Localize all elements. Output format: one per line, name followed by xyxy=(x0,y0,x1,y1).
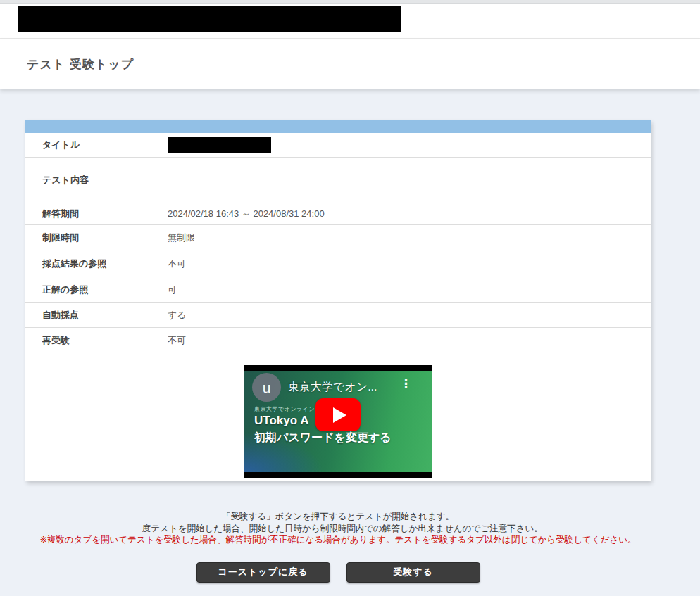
thumbnail-text-line2: 初期パスワードを変更する xyxy=(254,431,392,445)
row-label-content: テスト内容 xyxy=(25,174,168,186)
youtube-embed[interactable]: u 東京大学でオン... ⋮ 東京大学でオンライン... UTokyo A 初期… xyxy=(244,365,432,478)
video-title-link[interactable]: 東京大学でオン... xyxy=(288,380,377,395)
table-row: 解答期間 2024/02/18 16:43 ～ 2024/08/31 24:00 xyxy=(25,203,651,225)
site-masthead xyxy=(0,4,700,39)
main-content: タイトル テスト内容 解答期間 2024/02/18 16:43 ～ 2024/… xyxy=(0,89,700,583)
row-value-period: 2024/02/18 16:43 ～ 2024/08/31 24:00 xyxy=(168,208,651,220)
test-info-table: タイトル テスト内容 解答期間 2024/02/18 16:43 ～ 2024/… xyxy=(25,120,651,481)
kebab-menu-icon[interactable]: ⋮ xyxy=(400,378,412,390)
table-row-video: u 東京大学でオン... ⋮ 東京大学でオンライン... UTokyo A 初期… xyxy=(25,353,651,481)
note-line-2: 一度テストを開始した場合、開始した日時から制限時間内での解答しか出来ませんのでご… xyxy=(0,523,676,535)
footer-notes: 「受験する」ボタンを押下するとテストが開始されます。 一度テストを開始した場合、… xyxy=(0,511,676,583)
table-row: タイトル xyxy=(25,133,651,158)
note-line-1: 「受験する」ボタンを押下するとテストが開始されます。 xyxy=(0,511,676,523)
redacted-site-banner xyxy=(18,6,401,32)
row-label-title: タイトル xyxy=(25,139,168,151)
channel-avatar[interactable]: u xyxy=(252,373,281,402)
row-value-retake: 不可 xyxy=(168,334,651,347)
back-to-course-top-button[interactable]: コーストップに戻る xyxy=(196,562,330,583)
thumbnail-text-line1: UTokyo A xyxy=(254,414,308,428)
row-label-time-limit: 制限時間 xyxy=(25,232,168,244)
row-label-score-view: 採点結果の参照 xyxy=(25,258,168,270)
row-value-auto-grading: する xyxy=(168,309,651,322)
page-title: テスト 受験トップ xyxy=(27,56,134,72)
row-label-period: 解答期間 xyxy=(25,208,168,220)
take-test-button[interactable]: 受験する xyxy=(346,562,480,583)
row-label-answer-view: 正解の参照 xyxy=(25,284,168,296)
row-value-time-limit: 無制限 xyxy=(168,232,651,244)
table-row: 自動採点 する xyxy=(25,303,651,328)
thumbnail-small-text: 東京大学でオンライン... xyxy=(254,405,320,413)
row-value-answer-view: 可 xyxy=(168,284,651,296)
note-warning: ※複数のタブを開いてテストを受験した場合、解答時間が不正確になる場合があります。… xyxy=(0,534,676,546)
row-label-auto-grading: 自動採点 xyxy=(25,309,168,322)
redacted-test-title xyxy=(168,137,271,153)
table-row: 採点結果の参照 不可 xyxy=(25,251,651,277)
youtube-play-button[interactable] xyxy=(315,398,361,431)
action-buttons: コーストップに戻る 受験する xyxy=(0,562,676,583)
play-icon xyxy=(333,407,346,423)
row-label-retake: 再受験 xyxy=(25,334,168,347)
table-row: テスト内容 xyxy=(25,158,651,203)
page-header: テスト 受験トップ xyxy=(0,39,700,89)
table-header-bar xyxy=(25,120,651,133)
table-row: 再受験 不可 xyxy=(25,328,651,353)
table-row: 制限時間 無制限 xyxy=(25,225,651,251)
row-value-title xyxy=(168,137,651,153)
table-row: 正解の参照 可 xyxy=(25,277,651,303)
row-value-score-view: 不可 xyxy=(168,258,651,270)
